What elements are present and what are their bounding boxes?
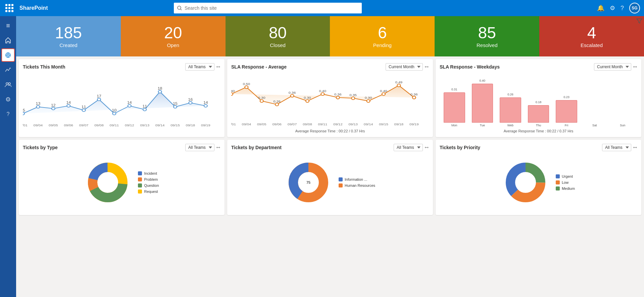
bar-sat: Sat (581, 123, 608, 127)
filter-tickets-dept[interactable]: All Teams (394, 144, 423, 151)
svg-text:0.36: 0.36 (410, 93, 418, 96)
chart-controls-tickets-dept: All Teams ⤢ (394, 144, 429, 151)
svg-text:10: 10 (112, 109, 117, 112)
bar-wed-label: 0.26 (507, 93, 513, 96)
filter-tickets-priority[interactable]: All Teams (602, 144, 631, 151)
sidebar-item-help[interactable]: ? (1, 108, 15, 121)
expand-icon-sla-avg[interactable]: ⤢ (424, 63, 430, 70)
svg-point-12 (36, 105, 40, 108)
filter-tickets-type[interactable]: All Teams (185, 144, 214, 151)
stat-resolved-number: 85 (478, 25, 496, 41)
bar-wed-fill (500, 97, 521, 123)
filter-sla-avg[interactable]: Current Month (386, 63, 423, 71)
svg-text:09/11: 09/11 (110, 124, 119, 127)
svg-point-23 (204, 104, 207, 107)
sidebar-item-team[interactable] (1, 78, 15, 91)
sidebar: ≡ (0, 16, 16, 297)
filter-icon[interactable] (636, 17, 643, 24)
stat-pending-number: 6 (378, 25, 387, 41)
tickets-by-type-card: Tickets by Type All Teams ⤢ (19, 140, 225, 215)
chart-header-sla-avg: SLA Response - Average Current Month ⤢ (231, 63, 429, 71)
bar-sat-day: Sat (592, 124, 597, 127)
svg-text:09/14: 09/14 (364, 123, 373, 126)
svg-text:09/05: 09/05 (49, 124, 58, 127)
svg-text:09/15: 09/15 (170, 124, 180, 127)
svg-point-11 (23, 112, 24, 115)
svg-point-16 (97, 98, 101, 101)
svg-point-56 (306, 99, 309, 102)
stat-cards-row: 185 Created 20 Open 80 Closed 6 Pending … (16, 16, 644, 56)
stat-closed-number: 80 (269, 25, 287, 41)
search-bar[interactable] (174, 3, 362, 13)
donut-priority-val-low: 60 (478, 184, 481, 188)
bar-fri-day: Fri (565, 124, 568, 127)
avatar[interactable]: SG (629, 3, 640, 13)
svg-point-21 (174, 105, 177, 108)
sidebar-item-reports[interactable] (1, 48, 15, 62)
legend-low-label: Low (562, 180, 568, 184)
filter-icon-area (636, 17, 643, 26)
legend-urgent-label: Urgent (562, 174, 573, 178)
svg-text:0.40: 0.40 (380, 89, 387, 93)
svg-point-102 (518, 175, 533, 190)
tickets-by-priority-card: Tickets by Priority All Teams ⤢ (436, 140, 641, 215)
svg-text:75: 75 (306, 180, 310, 184)
waffle-menu[interactable] (4, 3, 15, 13)
svg-point-15 (82, 109, 86, 112)
bar-mon-label: 0.31 (451, 88, 457, 91)
svg-text:09/15: 09/15 (379, 123, 388, 126)
donut-priority-svg (502, 159, 549, 206)
team-filter-tickets-month[interactable]: All Teams (185, 63, 214, 71)
sidebar-item-menu[interactable]: ≡ (1, 19, 15, 32)
bar-wed: 0.26 Web (497, 97, 524, 127)
donut-type-val-incident: 20 (54, 168, 58, 172)
settings-icon[interactable]: ⚙ (610, 4, 615, 12)
sla-weekdays-card: SLA Response - Weekdays Current Month ⤢ … (436, 59, 641, 137)
tickets-by-dept-legend: Information ... Human Resources (339, 177, 375, 187)
sla-avg-chart: 0.40 0.50 0.30 0.26 0.36 0.30 0.40 0.36 … (231, 73, 429, 127)
legend-request-label: Request (144, 189, 158, 194)
expand-icon-tickets-priority[interactable]: ⤢ (632, 144, 639, 151)
legend-low: Low (556, 180, 575, 184)
notification-icon[interactable]: 🔔 (597, 4, 604, 12)
legend-request: Request (138, 189, 159, 194)
svg-text:09/12: 09/12 (125, 124, 134, 127)
sidebar-item-analytics[interactable] (1, 63, 15, 77)
sidebar-item-home[interactable] (1, 34, 15, 47)
legend-incident-dot (138, 171, 142, 175)
svg-point-53 (260, 99, 263, 102)
stat-resolved: 85 Resolved (435, 16, 539, 56)
search-input[interactable] (185, 5, 358, 11)
svg-line-1 (181, 9, 182, 10)
expand-icon-tickets-dept[interactable]: ⤢ (424, 144, 430, 151)
svg-point-18 (128, 104, 131, 107)
app-logo: SharePoint (19, 5, 48, 11)
bar-sun: Sun (609, 123, 636, 127)
svg-text:09/08: 09/08 (94, 124, 104, 127)
svg-text:09/14: 09/14 (155, 124, 165, 127)
bar-thu-day: Thu (536, 124, 541, 127)
help-icon[interactable]: ? (621, 5, 624, 12)
expand-icon-tickets-type[interactable]: ⤢ (215, 144, 222, 151)
svg-text:09/06: 09/06 (272, 123, 282, 126)
tickets-by-priority-chart: Urgent Low Medium (440, 154, 637, 211)
expand-icon-tickets-month[interactable]: ⤢ (215, 63, 222, 70)
stat-created-label: Created (59, 42, 77, 48)
bar-thu: 0.18 Thu (525, 105, 552, 127)
tickets-by-dept-card: Tickets by Department All Teams ⤢ (227, 140, 433, 215)
legend-info: Information ... (339, 177, 375, 181)
donut-type-val-question: 39 (52, 200, 56, 204)
sidebar-item-settings[interactable]: ⚙ (1, 93, 15, 106)
chart-header-sla-weekdays: SLA Response - Weekdays Current Month ⤢ (440, 63, 637, 71)
svg-text:09/13: 09/13 (140, 124, 149, 127)
dashboard-grid: Tickets This Month All Teams ⤢ (16, 56, 644, 218)
chart-controls-tickets-month: All Teams ⤢ (185, 63, 220, 71)
chart-header-tickets-type: Tickets by Type All Teams ⤢ (23, 144, 220, 151)
filter-sla-weekdays[interactable]: Current Month (594, 63, 631, 71)
svg-text:15: 15 (173, 102, 178, 105)
chart-controls-sla-weekdays: Current Month ⤢ (594, 63, 637, 71)
tickets-by-dept-chart: 75 Information ... Human Resources (231, 154, 429, 211)
svg-point-52 (245, 86, 248, 88)
expand-icon-sla-weekdays[interactable]: ⤢ (632, 63, 639, 70)
stat-escalated: 4 Escalated (539, 16, 644, 56)
